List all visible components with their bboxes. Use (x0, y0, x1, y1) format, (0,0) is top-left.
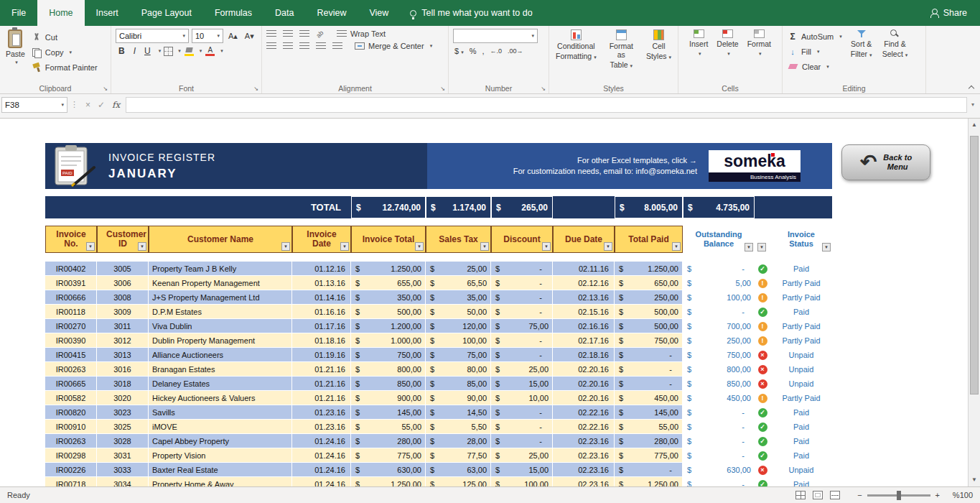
cell-outstanding-balance[interactable]: $450,00 (683, 391, 755, 405)
percent-style-button[interactable]: % (470, 47, 477, 55)
cell-status-icon[interactable]: × (755, 463, 770, 477)
cell-due-date[interactable]: 02.13.16 (553, 290, 615, 305)
cell-invoice-status[interactable]: Paid (770, 405, 832, 420)
cell-total-paid[interactable]: $280,00 (615, 434, 683, 448)
cell-outstanding-balance[interactable]: $- (683, 262, 755, 276)
cell-status-icon[interactable]: × (755, 348, 770, 362)
cell-outstanding-balance[interactable]: $850,00 (683, 377, 755, 391)
page-break-view-icon[interactable] (830, 491, 840, 499)
underline-button[interactable]: U (141, 46, 154, 56)
align-top-icon[interactable] (266, 30, 276, 37)
cell-sales-tax[interactable]: $50,00 (426, 305, 491, 319)
cell-invoice-total[interactable]: $655,00 (351, 276, 426, 290)
cell-discount[interactable]: $- (491, 276, 553, 290)
ribbon-tab-home[interactable]: Home (37, 0, 84, 26)
cell-total-paid[interactable]: $500,00 (615, 319, 683, 333)
format-as-table-button[interactable]: Format as Table▾ (602, 28, 641, 82)
cell-discount[interactable]: $- (491, 348, 553, 362)
column-header-bal[interactable]: Outstanding Balance▼ (683, 226, 755, 253)
cell-total-paid[interactable]: $250,00 (615, 290, 683, 305)
cell-outstanding-balance[interactable]: $700,00 (683, 319, 755, 333)
zoom-out-icon[interactable]: − (857, 491, 862, 499)
cell-sales-tax[interactable]: $120,00 (426, 319, 491, 333)
cell-due-date[interactable]: 02.12.16 (553, 276, 615, 290)
cell-invoice-total[interactable]: $900,00 (351, 391, 426, 405)
cell-total-paid[interactable]: $750,00 (615, 333, 683, 348)
cell-customer-id[interactable]: 3016 (97, 362, 149, 377)
tell-me-box[interactable]: Tell me what you want to do (410, 0, 532, 26)
expand-formula-bar-icon[interactable]: ▾ (967, 101, 979, 108)
cell-invoice-no[interactable]: IR00226 (45, 463, 97, 477)
cell-status-icon[interactable]: ✓ (755, 448, 770, 463)
zoom-slider-thumb[interactable] (897, 491, 901, 500)
cell-total-paid[interactable]: $55,00 (615, 420, 683, 434)
cell-invoice-total[interactable]: $1.200,00 (351, 319, 426, 333)
filter-button-bal[interactable]: ▼ (745, 243, 753, 251)
cell-invoice-total[interactable]: $750,00 (351, 348, 426, 362)
scrollbar-thumb[interactable] (970, 136, 979, 394)
zoom-slider[interactable] (867, 494, 930, 497)
column-header-id[interactable]: Customer ID▼ (97, 226, 149, 253)
cell-due-date[interactable]: 02.18.16 (553, 348, 615, 362)
align-center-icon[interactable] (283, 42, 293, 50)
ribbon-tab-data[interactable]: Data (263, 0, 305, 26)
cell-customer-id[interactable]: 3006 (97, 276, 149, 290)
cell-invoice-status[interactable]: Paid (770, 305, 832, 319)
cell-total-paid[interactable]: $- (615, 348, 683, 362)
cancel-icon[interactable]: × (85, 100, 90, 110)
total-sales-tax[interactable]: $1.174,00 (426, 196, 491, 218)
cell-customer-id[interactable]: 3025 (97, 420, 149, 434)
paste-button[interactable]: Paste ▾ (6, 28, 25, 82)
table-row[interactable]: IR003903012Dublin Property Management01.… (45, 333, 832, 348)
cell-customer-name[interactable]: Property Home & Away (149, 477, 292, 486)
borders-button[interactable] (164, 47, 173, 56)
column-header-disc[interactable]: Discount▼ (491, 226, 553, 253)
grow-font-button[interactable]: A▴ (226, 31, 240, 42)
cell-invoice-no[interactable]: IR00910 (45, 420, 97, 434)
cell-due-date[interactable]: 02.17.16 (553, 333, 615, 348)
column-header-total[interactable]: Invoice Total▼ (351, 226, 426, 253)
sort-filter-button[interactable]: Sort & Filter▾ (847, 28, 876, 82)
comma-style-button[interactable]: , (482, 47, 484, 55)
ribbon-tab-formulas[interactable]: Formulas (203, 0, 263, 26)
filter-button-total[interactable]: ▼ (415, 242, 424, 251)
vertical-scrollbar[interactable]: ▲ ▼ (968, 119, 980, 486)
cell-total-paid[interactable]: $- (615, 463, 683, 477)
cell-sales-tax[interactable]: $5,50 (426, 420, 491, 434)
cell-styles-button[interactable]: Cell Styles▾ (643, 28, 675, 82)
cell-invoice-date[interactable]: 01.24.16 (292, 463, 351, 477)
cell-outstanding-balance[interactable]: $- (683, 477, 755, 486)
bold-button[interactable]: B (116, 46, 128, 56)
cell-total-paid[interactable]: $- (615, 377, 683, 391)
cell-discount[interactable]: $25,00 (491, 362, 553, 377)
zoom-in-icon[interactable]: + (935, 491, 940, 499)
cell-status-icon[interactable]: ✓ (755, 434, 770, 448)
table-row[interactable]: IR006663008J+S Property Management Ltd01… (45, 290, 832, 305)
cell-invoice-no[interactable]: IR00298 (45, 448, 97, 463)
cell-invoice-status[interactable]: Unpaid (770, 362, 832, 377)
copy-button[interactable]: Copy▾ (29, 45, 100, 60)
shrink-font-button[interactable]: A▾ (243, 31, 256, 42)
cell-outstanding-balance[interactable]: $- (683, 434, 755, 448)
cell-customer-name[interactable]: Viva Dublin (149, 319, 292, 333)
find-select-button[interactable]: Find & Select▾ (879, 28, 912, 82)
formula-input[interactable] (126, 97, 967, 113)
cell-invoice-no[interactable]: IR00582 (45, 391, 97, 405)
ribbon-tab-review[interactable]: Review (305, 0, 358, 26)
collapse-ribbon-icon[interactable] (969, 85, 974, 91)
cell-outstanding-balance[interactable]: $- (683, 420, 755, 434)
table-row[interactable]: IR002263033Baxter Real Estate01.24.16$63… (45, 463, 832, 477)
cell-customer-name[interactable]: Hickey Auctioneers & Valuers (149, 391, 292, 405)
cell-due-date[interactable]: 02.20.16 (553, 391, 615, 405)
cell-invoice-date[interactable]: 01.21.16 (292, 377, 351, 391)
table-row[interactable]: IR003913006Keenan Property Management01.… (45, 276, 832, 290)
cell-invoice-no[interactable]: IR00118 (45, 305, 97, 319)
cell-sales-tax[interactable]: $90,00 (426, 391, 491, 405)
merge-center-button[interactable]: Merge & Center▾ (355, 42, 432, 50)
cell-sales-tax[interactable]: $75,00 (426, 348, 491, 362)
cell-due-date[interactable]: 02.20.16 (553, 362, 615, 377)
cell-discount[interactable]: $- (491, 405, 553, 420)
page-layout-view-icon[interactable] (813, 491, 823, 499)
cell-invoice-no[interactable]: IR00390 (45, 333, 97, 348)
cell-invoice-status[interactable]: Partly Paid (770, 290, 832, 305)
